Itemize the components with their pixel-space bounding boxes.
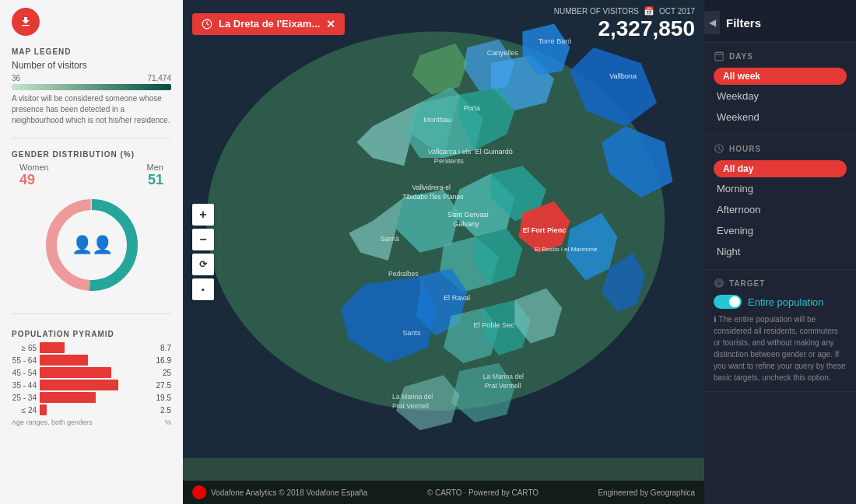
pyramid-row: 35 - 44 27.5 xyxy=(12,380,171,390)
days-weekend[interactable]: Weekend xyxy=(714,107,847,127)
map-controls: + − ⟳ ▪ xyxy=(192,204,214,300)
pyramid-bar-wrap xyxy=(40,380,146,390)
pyramid-bar-wrap xyxy=(40,367,146,378)
hours-items: All day Morning Afternoon Evening Night xyxy=(714,160,847,261)
target-section-title: TARGET xyxy=(714,278,847,289)
hours-evening[interactable]: Evening xyxy=(714,221,847,240)
legend-max: 71,474 xyxy=(147,74,171,82)
visitors-label: NUMBER OF VISITORS 📅 OCT 2017 xyxy=(554,6,695,16)
pyramid-value: 16.9 xyxy=(149,356,171,365)
days-filter-section: DAYS All week Weekday Weekend xyxy=(704,43,856,135)
pyramid-bar-wrap xyxy=(40,342,146,353)
pyramid-title: POPULATION PYRAMID xyxy=(12,330,171,338)
gender-chart: 👤 👤 xyxy=(12,194,171,296)
svg-text:Galvany: Galvany xyxy=(453,220,479,228)
pyramid-bar-wrap xyxy=(40,355,146,366)
filters-header: ◀ Filters xyxy=(704,0,856,43)
info-icon: ℹ xyxy=(714,315,719,324)
svg-text:Sarrià: Sarrià xyxy=(381,235,400,243)
zoom-out-button[interactable]: − xyxy=(192,229,214,250)
svg-text:Sant Gervasi: Sant Gervasi xyxy=(447,211,489,219)
svg-text:Prat Vermell: Prat Vermell xyxy=(392,402,429,410)
filters-title: Filters xyxy=(726,16,761,30)
svg-text:👤: 👤 xyxy=(91,234,113,255)
right-panel: ◀ Filters DAYS All week Weekday Weekend … xyxy=(704,0,856,504)
pyramid-bar xyxy=(40,380,118,390)
pyramid-bar xyxy=(40,404,47,415)
pyramid-age-label: 45 - 54 xyxy=(12,369,37,377)
rotate-button[interactable]: ⟳ xyxy=(192,254,214,275)
brand-text: Vodafone Analytics © 2018 Vodafone Españ… xyxy=(211,488,367,497)
location-pill[interactable]: La Dreta de l'Eixam... ✕ xyxy=(192,13,345,35)
pyramid-bar xyxy=(40,342,65,353)
pyramid-bar xyxy=(40,355,88,366)
legend-range: 36 71,474 xyxy=(12,74,171,82)
map-legend-title: MAP LEGEND xyxy=(12,47,171,56)
hours-allday[interactable]: All day xyxy=(714,160,847,177)
svg-text:Vallvidrera-el: Vallvidrera-el xyxy=(412,184,451,191)
svg-text:👤: 👤 xyxy=(71,234,93,255)
hours-morning[interactable]: Morning xyxy=(714,179,847,198)
svg-text:El Guinardó: El Guinardó xyxy=(475,148,513,156)
pyramid-age-label: ≥ 65 xyxy=(12,344,37,352)
svg-text:El Fort Pienc: El Fort Pienc xyxy=(523,226,567,234)
pyramid-age-label: 35 - 44 xyxy=(12,381,37,390)
pyramid-footer-right: % xyxy=(165,418,171,426)
close-icon[interactable]: ✕ xyxy=(326,18,335,30)
pyramid-row: ≥ 65 8.7 xyxy=(12,342,171,353)
geo-credit: Engineered by Geographica xyxy=(598,488,695,497)
men-value: 51 xyxy=(148,172,163,188)
legend-min: 36 xyxy=(12,74,20,82)
pyramid-row: 25 - 34 19.5 xyxy=(12,392,171,403)
days-allweek[interactable]: All week xyxy=(714,68,847,85)
visitors-info: NUMBER OF VISITORS 📅 OCT 2017 2,327,850 xyxy=(554,6,695,41)
legend-description: A visitor will be considered someone who… xyxy=(12,93,171,126)
svg-text:Porta: Porta xyxy=(463,104,481,112)
svg-text:Vallcarca i els: Vallcarca i els xyxy=(428,148,472,156)
divider-2 xyxy=(12,313,171,314)
map-footer: Vodafone Analytics © 2018 Vodafone Españ… xyxy=(183,481,704,504)
pyramid-bar xyxy=(40,392,96,403)
hours-night[interactable]: Night xyxy=(714,242,847,261)
pyramid-row: ≤ 24 2.5 xyxy=(12,404,171,415)
target-toggle[interactable] xyxy=(714,295,742,309)
women-label: Women xyxy=(19,163,49,172)
vodafone-brand: Vodafone Analytics © 2018 Vodafone Españ… xyxy=(192,485,367,499)
layer-button[interactable]: ▪ xyxy=(192,278,214,300)
pyramid-rows: ≥ 65 8.7 55 - 64 16.9 45 - 54 25 35 - 44… xyxy=(12,342,171,415)
zoom-in-button[interactable]: + xyxy=(192,204,214,226)
hours-afternoon[interactable]: Afternoon xyxy=(714,200,847,219)
map-header: La Dreta de l'Eixam... ✕ NUMBER OF VISIT… xyxy=(183,0,704,47)
men-label: Men xyxy=(147,163,163,172)
pyramid-row: 45 - 54 25 xyxy=(12,367,171,378)
divider-1 xyxy=(12,138,171,138)
days-weekday[interactable]: Weekday xyxy=(714,86,847,106)
svg-text:El Raval: El Raval xyxy=(444,294,470,302)
svg-text:Pedralbes: Pedralbes xyxy=(388,270,419,278)
pyramid-bar-wrap xyxy=(40,392,146,403)
download-button[interactable] xyxy=(12,8,40,36)
svg-text:Tibidabo l'les Planes: Tibidabo l'les Planes xyxy=(402,193,463,201)
pyramid-age-label: ≤ 24 xyxy=(12,406,37,415)
days-items: All week Weekday Weekend xyxy=(714,68,847,127)
svg-text:Montbau: Montbau xyxy=(424,116,452,124)
target-filter-section: TARGET Entire population ℹ The entire po… xyxy=(704,270,856,392)
map-legend-section: MAP LEGEND Number of visitors 36 71,474 … xyxy=(12,47,171,126)
gender-section: GENDER DISTRIBUTION (%) Women Men 49 51 … xyxy=(12,150,171,302)
carto-credit: © CARTO · Powered by CARTO xyxy=(427,488,539,497)
pyramid-value: 25 xyxy=(149,369,171,377)
map-area: La Dreta de l'Eixam... ✕ NUMBER OF VISIT… xyxy=(183,0,704,504)
pyramid-value: 2.5 xyxy=(149,406,171,415)
legend-label: Number of visitors xyxy=(12,60,171,71)
svg-text:El Besós i el Maresme: El Besós i el Maresme xyxy=(535,246,598,253)
pyramid-value: 27.5 xyxy=(149,381,171,390)
pyramid-footer-left: Age ranges, both genders xyxy=(12,418,93,426)
svg-text:Sants: Sants xyxy=(402,329,421,337)
toggle-wrap: Entire population xyxy=(714,295,847,309)
days-section-title: DAYS xyxy=(714,51,847,61)
svg-text:Vallbona: Vallbona xyxy=(609,73,637,81)
visitors-count: 2,327,850 xyxy=(554,16,695,41)
collapse-button[interactable]: ◀ xyxy=(704,11,720,34)
svg-text:Penitents: Penitents xyxy=(434,157,464,165)
toggle-label: Entire population xyxy=(748,296,824,308)
